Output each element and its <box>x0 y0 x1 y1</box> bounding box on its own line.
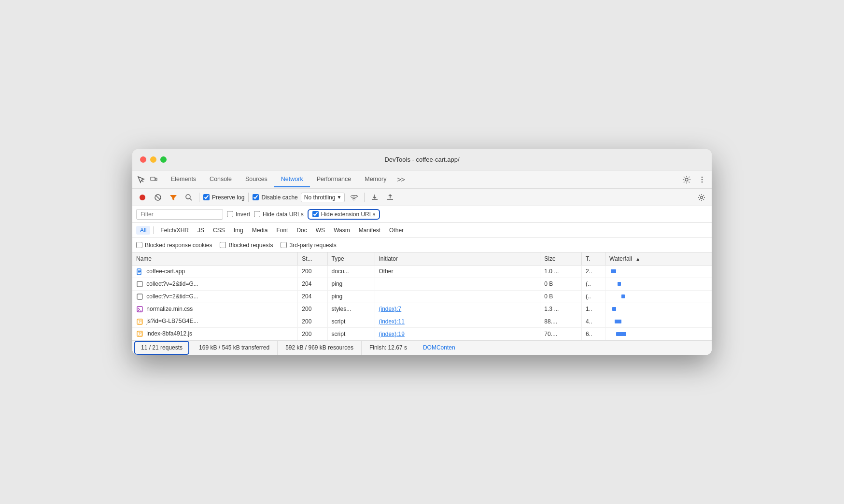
table-row[interactable]: collect?v=2&tid=G... 204 ping 0 B (.. <box>132 278 712 290</box>
tab-elements[interactable]: Elements <box>164 172 203 187</box>
invert-checkbox[interactable] <box>227 211 233 217</box>
tab-memory[interactable]: Memory <box>358 172 393 187</box>
clear-button[interactable] <box>152 191 164 204</box>
cell-waterfall <box>605 315 712 328</box>
search-button[interactable] <box>183 191 195 204</box>
svg-point-4 <box>702 176 703 178</box>
sort-arrow-icon: ▲ <box>635 256 640 262</box>
row-icon <box>136 281 143 288</box>
device-icon[interactable] <box>149 175 158 184</box>
hide-data-urls-checkbox[interactable] <box>254 211 260 217</box>
network-settings-button[interactable] <box>695 191 708 204</box>
blocked-requests-checkbox[interactable] <box>220 242 226 248</box>
type-btn-font[interactable]: Font <box>272 226 292 235</box>
svg-point-12 <box>353 199 354 200</box>
type-btn-js[interactable]: JS <box>194 226 208 235</box>
cell-initiator: (index):7 <box>375 303 540 315</box>
cell-status: 200 <box>298 303 327 315</box>
type-btn-all[interactable]: All <box>136 226 150 235</box>
more-options-icon[interactable] <box>696 174 708 185</box>
maximize-button[interactable] <box>160 156 167 163</box>
svg-point-5 <box>702 179 703 180</box>
close-button[interactable] <box>140 156 146 163</box>
cell-status: 200 <box>298 328 327 340</box>
waterfall-container <box>609 331 708 337</box>
table-row[interactable]: coffee-cart.app 200 docu... Other 1.0 ..… <box>132 266 712 278</box>
cell-type: ping <box>327 290 375 303</box>
svg-text:JS: JS <box>138 320 142 324</box>
initiator-link[interactable]: (index):11 <box>379 318 405 325</box>
initiator-link[interactable]: (index):19 <box>379 331 405 337</box>
cell-size: 1.0 ... <box>540 266 582 278</box>
preserve-log-group: Preserve log <box>203 194 244 201</box>
svg-point-6 <box>702 181 703 182</box>
record-button[interactable] <box>136 191 149 204</box>
throttle-select[interactable]: No throttling ▼ <box>301 193 345 202</box>
cell-name: coffee-cart.app <box>132 266 298 278</box>
cell-size: 1.3 ... <box>540 303 582 315</box>
col-header-initiator[interactable]: Initiator <box>375 252 540 266</box>
more-tabs-button[interactable]: >> <box>393 174 408 185</box>
import-har-button[interactable] <box>368 191 381 204</box>
inspect-icon[interactable] <box>136 175 146 184</box>
type-btn-doc[interactable]: Doc <box>293 226 310 235</box>
type-btn-fetch-xhr[interactable]: Fetch/XHR <box>156 226 193 235</box>
export-har-button[interactable] <box>384 191 396 204</box>
svg-point-10 <box>186 195 190 199</box>
tab-console[interactable]: Console <box>203 172 239 187</box>
col-header-time[interactable]: T. <box>582 252 605 266</box>
type-btn-wasm[interactable]: Wasm <box>330 226 354 235</box>
table-row[interactable]: JS js?id=G-LB75G4E... 200 script (index)… <box>132 315 712 328</box>
cell-name: collect?v=2&tid=G... <box>132 278 298 290</box>
table-scroll[interactable]: Name St... Type Initiator <box>132 252 712 340</box>
blocked-cookies-checkbox[interactable] <box>136 242 142 248</box>
tab-performance[interactable]: Performance <box>310 172 358 187</box>
hide-extension-urls-checkbox[interactable] <box>312 211 319 217</box>
table-row[interactable]: JS index-8bfa4912.js 200 script (index):… <box>132 328 712 340</box>
hide-data-urls-group: Hide data URLs <box>254 211 304 218</box>
dom-content-loaded: DOMConten <box>415 341 463 355</box>
col-header-type[interactable]: Type <box>327 252 375 266</box>
devtools-body: Elements Console Sources Network Perform… <box>132 170 712 355</box>
svg-rect-19 <box>137 281 142 287</box>
col-header-waterfall[interactable]: Waterfall ▲ <box>605 252 712 266</box>
row-icon <box>136 268 143 275</box>
online-icon[interactable] <box>348 191 360 204</box>
col-header-name[interactable]: Name <box>132 252 298 266</box>
tab-sources[interactable]: Sources <box>239 172 274 187</box>
table-body: coffee-cart.app 200 docu... Other 1.0 ..… <box>132 266 712 340</box>
table-row[interactable]: normalize.min.css 200 styles... (index):… <box>132 303 712 315</box>
type-btn-other[interactable]: Other <box>385 226 408 235</box>
initiator-link[interactable]: (index):7 <box>379 306 402 312</box>
type-btn-media[interactable]: Media <box>248 226 272 235</box>
third-party-group: 3rd-party requests <box>281 242 336 249</box>
tab-network[interactable]: Network <box>274 172 310 187</box>
type-btn-img[interactable]: Img <box>230 226 247 235</box>
col-header-status[interactable]: St... <box>298 252 327 266</box>
cell-initiator: (index):11 <box>375 315 540 328</box>
col-header-size[interactable]: Size <box>540 252 582 266</box>
toolbar-divider-2 <box>248 193 249 202</box>
svg-line-9 <box>156 196 160 199</box>
cell-size: 88.... <box>540 315 582 328</box>
hide-extension-urls-group: Hide extension URLs <box>308 209 380 220</box>
type-btn-manifest[interactable]: Manifest <box>355 226 384 235</box>
type-btn-ws[interactable]: WS <box>312 226 329 235</box>
cell-waterfall <box>605 266 712 278</box>
cell-size: 0 B <box>540 278 582 290</box>
cell-time: 2.. <box>582 266 605 278</box>
filter-input[interactable] <box>136 209 223 220</box>
type-btn-css[interactable]: CSS <box>209 226 229 235</box>
tab-icons <box>136 175 158 184</box>
row-icon: JS <box>136 331 143 337</box>
cell-time: 4.. <box>582 315 605 328</box>
filter-button[interactable] <box>167 191 180 204</box>
cell-type: script <box>327 328 375 340</box>
preserve-log-checkbox[interactable] <box>203 194 210 200</box>
disable-cache-checkbox[interactable] <box>253 194 259 200</box>
third-party-checkbox[interactable] <box>281 242 287 248</box>
table-row[interactable]: collect?v=2&tid=G... 204 ping 0 B (.. <box>132 290 712 303</box>
cell-name: collect?v=2&tid=G... <box>132 290 298 303</box>
settings-gear-icon[interactable] <box>681 174 692 185</box>
minimize-button[interactable] <box>150 156 156 163</box>
